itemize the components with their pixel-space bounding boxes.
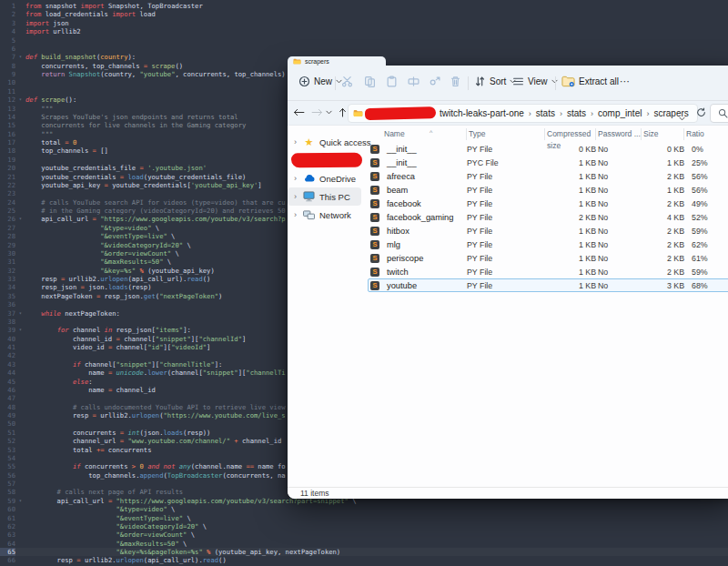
address-field[interactable]: twitch-leaks-part-one›stats›stats›comp_i…: [348, 104, 698, 123]
line-number: 50: [0, 419, 15, 428]
fold-gutter: [15, 207, 25, 215]
breadcrumb: twitch-leaks-part-one›stats›stats›comp_i…: [440, 108, 689, 118]
tab-title: scrapers: [305, 58, 329, 65]
sidebar-item-onedrive[interactable]: ›OneDrive: [288, 169, 361, 187]
code-line: 60 "&type=video" \: [0, 505, 728, 513]
fold-gutter: [15, 147, 25, 155]
file-row-facebook_gaming[interactable]: Sfacebook_gamingPY File2 KBNo4 KB52%: [368, 210, 728, 224]
line-number: 60: [0, 505, 15, 513]
column-header-compressed[interactable]: Compressed size: [544, 128, 595, 140]
fold-gutter: [15, 531, 25, 539]
file-list: ^ Name Type Compressed size Password ...…: [368, 126, 728, 489]
sidebar-item-this-pc[interactable]: ›This PC: [288, 187, 361, 206]
file-row-mlg[interactable]: SmlgPY File1 KBNo2 KB62%: [368, 238, 728, 251]
line-number: 9: [0, 70, 15, 78]
file-row-__init__[interactable]: S__init__PYC File1 KBNo1 KB25%: [368, 156, 728, 169]
breadcrumb-item[interactable]: comp_intel: [598, 108, 642, 118]
column-header-password[interactable]: Password ...: [595, 128, 641, 140]
python-file-icon: S: [370, 172, 379, 181]
extract-all-button[interactable]: Extract all: [561, 76, 619, 87]
file-compressed-size: 2 KB: [545, 213, 596, 222]
breadcrumb-item[interactable]: stats: [567, 108, 586, 118]
address-dropdown-icon[interactable]: [679, 108, 685, 125]
explorer-tab[interactable]: scrapers: [288, 56, 386, 66]
search-input[interactable]: [710, 104, 728, 123]
status-bar: 11 items: [288, 487, 728, 499]
file-ratio: 62%: [684, 240, 728, 249]
fold-gutter: [15, 121, 25, 129]
fold-gutter: [15, 471, 25, 480]
items-count: 11 items: [288, 488, 728, 499]
chevron-down-icon: [551, 79, 558, 84]
rename-button[interactable]: [408, 76, 420, 87]
fold-arrow-icon[interactable]: ▾: [15, 96, 25, 104]
view-button[interactable]: View: [512, 76, 558, 87]
fold-gutter: [15, 300, 25, 308]
line-number: 14: [0, 113, 15, 121]
file-row-youtube[interactable]: SyoutubePY File1 KBNo3 KB68%: [368, 278, 728, 292]
sidebar-item-quick-access[interactable]: ›★Quick access: [288, 133, 361, 151]
see-more-button[interactable]: ⋯: [620, 76, 631, 87]
sidebar-item-network[interactable]: ›Network: [288, 206, 361, 224]
fold-arrow-icon[interactable]: ▾: [15, 53, 25, 61]
code-line: 1from snapshot import Snapshot, TopBroad…: [0, 2, 728, 10]
file-password: No: [596, 199, 642, 208]
column-header-ratio[interactable]: Ratio: [683, 128, 728, 140]
line-number: 5: [0, 36, 15, 45]
cut-button[interactable]: [341, 76, 353, 87]
fold-gutter: [15, 258, 25, 266]
delete-button[interactable]: [450, 76, 461, 87]
file-name: mlg: [383, 240, 467, 249]
chevron-right-icon[interactable]: ›: [292, 137, 298, 147]
breadcrumb-item[interactable]: stats: [536, 108, 555, 118]
fold-gutter: [15, 548, 25, 556]
file-row-hitbox[interactable]: ShitboxPY File1 KBNo2 KB59%: [368, 224, 728, 238]
fold-arrow-icon[interactable]: ▾: [15, 497, 25, 505]
line-number: 52: [0, 437, 15, 445]
column-header-name[interactable]: ^ Name: [382, 128, 466, 140]
column-header-size[interactable]: Size: [641, 128, 683, 140]
redaction-scribble: [365, 106, 436, 120]
line-number: 57: [0, 480, 15, 488]
line-number: 17: [0, 138, 15, 147]
recent-locations-button[interactable]: [324, 106, 333, 118]
column-header-type[interactable]: Type: [466, 128, 544, 140]
code-line: 62 "&videoCategoryId=20" \: [0, 522, 728, 531]
file-row-facebook[interactable]: SfacebookPY File1 KBNo2 KB49%: [368, 197, 728, 210]
copy-button[interactable]: [364, 76, 376, 87]
fold-gutter: [15, 480, 25, 488]
fold-gutter: [15, 556, 25, 564]
line-number: 39: [0, 326, 15, 334]
sort-button[interactable]: Sort: [474, 76, 516, 87]
file-compressed-size: 1 KB: [545, 158, 596, 167]
line-number: 27: [0, 224, 15, 232]
back-button[interactable]: [291, 106, 306, 118]
file-row-periscope[interactable]: SperiscopePY File1 KBNo2 KB61%: [368, 251, 728, 265]
forward-button[interactable]: [309, 106, 324, 118]
file-row-afreeca[interactable]: SafreecaPY File1 KBNo2 KB56%: [368, 169, 728, 183]
toolbar: New: [288, 66, 728, 101]
rename-icon: [408, 76, 420, 87]
file-row-beam[interactable]: SbeamPY File1 KBNo1 KB56%: [368, 183, 728, 197]
sidebar-item-label: OneDrive: [319, 174, 356, 184]
breadcrumb-item[interactable]: twitch-leaks-part-one: [440, 108, 524, 118]
cut-icon: [341, 76, 353, 87]
breadcrumb-separator-icon: ›: [591, 109, 593, 118]
line-number: 66: [0, 556, 15, 564]
fold-arrow-icon[interactable]: ▾: [15, 309, 25, 318]
file-name: __init__: [383, 158, 467, 167]
refresh-button[interactable]: [693, 106, 708, 118]
share-button[interactable]: [429, 76, 440, 87]
explorer-main: ›★Quick access›OneDrive›This PC›Network …: [288, 125, 728, 489]
fold-arrow-icon[interactable]: ▾: [15, 326, 25, 334]
line-number: 65: [0, 548, 15, 556]
fold-gutter: [15, 27, 25, 35]
chevron-right-icon[interactable]: ›: [292, 210, 298, 219]
fold-arrow-icon[interactable]: ▾: [15, 215, 25, 223]
paste-button[interactable]: [386, 76, 398, 87]
chevron-right-icon[interactable]: ›: [292, 192, 298, 201]
fold-gutter: [15, 198, 25, 207]
screen: 1from snapshot import Snapshot, TopBroad…: [0, 0, 728, 566]
file-row-twitch[interactable]: StwitchPY File1 KBNo2 KB59%: [368, 265, 728, 278]
chevron-right-icon[interactable]: ›: [292, 174, 298, 183]
